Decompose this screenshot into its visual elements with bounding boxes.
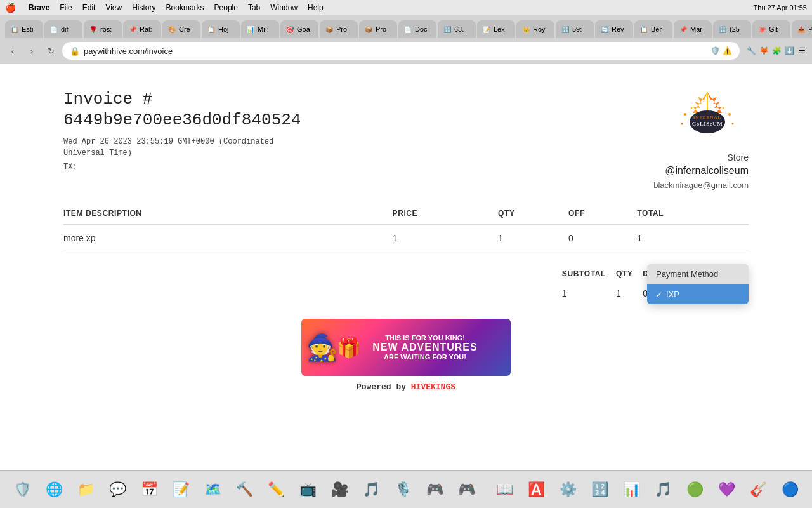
dock-chrome[interactable]: 🌐: [40, 476, 68, 504]
dock-bluetooth[interactable]: 🔵: [776, 476, 804, 504]
banner-content: 🧙 🎁 THIS IS FOR YOU KING! NEW ADVENTURES…: [329, 329, 482, 366]
checkmark-icon: ✓: [656, 290, 662, 299]
download-icon[interactable]: ⬇️: [784, 46, 794, 56]
menu-edit[interactable]: Edit: [82, 3, 96, 12]
dock-calendar[interactable]: 📅: [135, 476, 163, 504]
tab-25[interactable]: 🔢(25: [713, 20, 751, 38]
dock-calculator[interactable]: 🔢: [586, 476, 613, 504]
tab-mi[interactable]: 📊Mi :: [241, 20, 279, 38]
dock-discord[interactable]: 💜: [712, 476, 740, 504]
dock-tv[interactable]: 📺: [294, 476, 322, 504]
summary-header-subtotal: SUBTOTAL: [562, 264, 616, 283]
dock-music2[interactable]: 🎵: [649, 476, 677, 504]
tab-ros[interactable]: 🌹ros:: [84, 20, 122, 38]
dock-messages[interactable]: 💬: [103, 476, 131, 504]
banner-line3: ARE WAITING FOR YOU!: [372, 353, 477, 361]
dock-maps[interactable]: 🗺️: [199, 476, 226, 504]
invoice-table: ITEM DESCRIPTION PRICE QTY OFF TOTAL mor…: [63, 203, 749, 251]
dock-help[interactable]: ❓: [808, 476, 812, 504]
tab-mar[interactable]: 📌Mar: [674, 20, 712, 38]
back-button[interactable]: ‹: [5, 43, 20, 58]
tab-rev[interactable]: 🔄Rev: [595, 20, 633, 38]
summary-section: SUBTOTAL QTY DISCOUNT PAID WITH 1 1 0 Pa…: [63, 264, 749, 304]
row-price: 1: [393, 225, 498, 251]
apple-menu[interactable]: 🍎: [5, 3, 16, 13]
tab-put[interactable]: 📤Put: [792, 20, 812, 38]
app-name[interactable]: Brave: [29, 3, 49, 12]
svg-text:CoLISeUM: CoLISeUM: [692, 121, 723, 127]
dock-fontbook[interactable]: 🅰️: [522, 476, 550, 504]
dock-notes[interactable]: 📝: [167, 476, 195, 504]
store-block: INFERNAL CoLISeUM Store @infernalcoliseu…: [622, 89, 749, 190]
tab-git[interactable]: 🐙Git: [752, 20, 790, 38]
tab-hoj[interactable]: 📋Hoj: [202, 20, 240, 38]
svg-point-7: [728, 113, 731, 116]
svg-point-6: [684, 113, 686, 116]
banner-section: 🧙 🎁 THIS IS FOR YOU KING! NEW ADVENTURES…: [63, 319, 749, 392]
invoice-id: 6449b9e700ee36d0df840524: [63, 110, 622, 130]
banner-line2: NEW ADVENTURES: [372, 342, 477, 353]
store-logo: INFERNAL CoLISeUM: [666, 89, 749, 140]
menu-people[interactable]: People: [214, 3, 238, 12]
profile-icon[interactable]: 🦊: [759, 46, 769, 56]
extensions-icon[interactable]: 🔧: [746, 46, 756, 56]
table-row: more xp 1 1 0 1: [63, 225, 749, 251]
address-bar[interactable]: 🔒 paywithhive.com/invoice 🛡️ ⚠️: [62, 42, 740, 60]
hamburger-menu[interactable]: ☰: [797, 46, 807, 56]
powered-by-label: Powered by: [357, 382, 406, 392]
svg-point-10: [691, 107, 693, 109]
puzzle-icon[interactable]: 🧩: [771, 46, 782, 56]
invoice-header: Invoice # 6449b9e700ee36d0df840524 Wed A…: [63, 89, 749, 190]
tab-roy[interactable]: 👑Roy: [516, 20, 554, 38]
url-text: paywithhive.com/invoice: [84, 46, 173, 56]
dock-settings[interactable]: ⚙️: [554, 476, 582, 504]
tab-ral[interactable]: 📌Ral:: [123, 20, 161, 38]
dock-xcode[interactable]: 🔨: [230, 476, 258, 504]
dock-podcast[interactable]: 🎙️: [389, 476, 417, 504]
col-header-qty: QTY: [498, 203, 568, 225]
payment-option-ixp[interactable]: ✓ IXP: [647, 284, 749, 304]
tab-68[interactable]: 🔢68.: [438, 20, 476, 38]
menu-help[interactable]: Help: [308, 3, 324, 12]
tab-goa[interactable]: 🎯Goa: [280, 20, 318, 38]
menu-view[interactable]: View: [105, 3, 122, 12]
forward-button[interactable]: ›: [24, 43, 39, 58]
warning-icon[interactable]: ⚠️: [723, 46, 732, 55]
row-description: more xp: [63, 225, 393, 251]
menu-window[interactable]: Window: [270, 3, 298, 12]
dock-game2[interactable]: 🎮: [452, 476, 480, 504]
tab-esti[interactable]: 📋Esti: [5, 20, 43, 38]
row-qty: 1: [498, 225, 568, 251]
dock-pencil[interactable]: ✏️: [262, 476, 290, 504]
tab-lex[interactable]: 📝Lex: [477, 20, 515, 38]
dock-game1[interactable]: 🎮: [421, 476, 449, 504]
dock-launchpad[interactable]: 🚀: [0, 476, 4, 504]
dock-numbers[interactable]: 📊: [617, 476, 645, 504]
store-email: blackmirague@gmail.com: [622, 180, 749, 190]
menu-history[interactable]: History: [132, 3, 155, 12]
tab-doc[interactable]: 📄Doc: [398, 20, 436, 38]
reload-button[interactable]: ↻: [43, 43, 58, 58]
brave-shield-icon[interactable]: 🛡️: [710, 46, 720, 55]
svg-marker-0: [707, 92, 722, 113]
promotion-banner[interactable]: 🧙 🎁 THIS IS FOR YOU KING! NEW ADVENTURES…: [301, 319, 511, 376]
tab-pro2[interactable]: 📦Pro: [359, 20, 397, 38]
dock-itunes[interactable]: 🎸: [744, 476, 772, 504]
svg-point-11: [723, 107, 724, 109]
dock-music[interactable]: 🎵: [357, 476, 385, 504]
tab-cre[interactable]: 🎨Cre: [162, 20, 200, 38]
powered-by-brand: HIVEKINGS: [411, 382, 455, 392]
dock-facetime[interactable]: 🎥: [325, 476, 353, 504]
tab-dif[interactable]: 📄dif: [44, 20, 82, 38]
dock-spotify[interactable]: 🟢: [681, 476, 709, 504]
menu-bookmarks[interactable]: Bookmarks: [166, 3, 204, 12]
menu-tab[interactable]: Tab: [248, 3, 260, 12]
dock-files[interactable]: 📁: [72, 476, 100, 504]
menu-file[interactable]: File: [60, 3, 72, 12]
dock-brave[interactable]: 🛡️: [8, 476, 36, 504]
dock-dictionary[interactable]: 📖: [490, 476, 518, 504]
tab-pro1[interactable]: 📦Pro: [320, 20, 358, 38]
tab-ber[interactable]: 📋Ber: [634, 20, 672, 38]
payment-dropdown[interactable]: Payment Method ✓ IXP: [647, 264, 749, 304]
tab-59[interactable]: 🔢59:: [556, 20, 594, 38]
